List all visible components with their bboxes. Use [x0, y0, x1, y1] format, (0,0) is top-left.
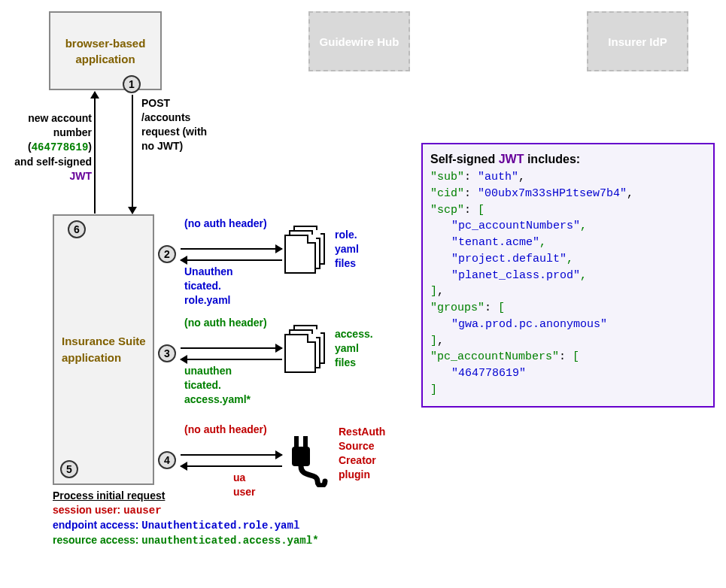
step3-bottom-label: unauthen ticated. access.yaml* [184, 364, 297, 407]
jwt-panel-title: Self-signed JWT includes: [430, 150, 706, 168]
step-badge-5: 5 [60, 460, 78, 478]
jwt-cid-line: "cid": "00ubx7m33sHP1tsew7b4", [430, 186, 706, 202]
step-badge-2: 2 [158, 245, 176, 263]
insurer-idp-box: Insurer IdP [587, 11, 688, 71]
docs-icon-access [284, 325, 326, 374]
step3-top-label: (no auth header) [184, 316, 282, 330]
jwt-sub-line: "sub": "auth", [430, 169, 706, 186]
arrow-step2-top [181, 248, 282, 250]
jwt-pcacct-close: ] [430, 382, 706, 399]
footer-block: Process initial request session user: ua… [53, 489, 414, 548]
step-badge-3: 3 [158, 344, 176, 362]
arrow-step2-bot [181, 259, 282, 261]
return-account-number: 464778619 [32, 141, 89, 153]
jwt-groups-item-0: "gwa.prod.pc.anonymous" [430, 317, 706, 333]
svg-rect-0 [292, 447, 310, 466]
svg-rect-2 [303, 436, 308, 448]
jwt-scp-item-3: "planet_class.prod", [430, 268, 706, 284]
arrow-post-down [132, 95, 133, 214]
footer-resource-line: resource access: unauthenticated.access.… [53, 533, 414, 548]
jwt-scp-item-2: "project.default", [430, 251, 706, 268]
jwt-scp-item-0: "pc_accountNumbers", [430, 218, 706, 235]
jwt-groups-close: ], [430, 333, 706, 350]
step-badge-1: 1 [123, 75, 141, 93]
browser-app-label: browser-based application [50, 35, 160, 67]
jwt-panel: Self-signed JWT includes: "sub": "auth",… [421, 143, 715, 408]
jwt-scp-open: "scp": [ [430, 202, 706, 219]
guidewire-hub-label: Guidewire Hub [320, 34, 399, 50]
step-badge-4: 4 [158, 451, 176, 469]
step-badge-6: 6 [68, 220, 86, 238]
step2-bottom-label: Unauthen ticated. role.yaml [184, 265, 282, 308]
guidewire-hub-box: Guidewire Hub [308, 11, 410, 71]
arrow-step4-top [181, 454, 282, 456]
footer-session-line: session user: uauser [53, 503, 414, 518]
step2-top-label: (no auth header) [184, 217, 282, 231]
jwt-scp-item-1: "tenant.acme", [430, 235, 706, 251]
post-request-label: POST /accounts request (with no JWT) [141, 96, 213, 153]
arrow-step3-top [181, 347, 282, 349]
insurance-suite-label: Insurance Suite application [62, 333, 153, 367]
jwt-pcacct-open: "pc_accountNumbers": [ [430, 349, 706, 365]
step2-right-label: role. yaml files [335, 228, 395, 271]
return-jwt-word: JWT [69, 170, 92, 182]
browser-app-box: browser-based application [49, 11, 162, 90]
plug-icon [284, 435, 330, 487]
arrow-return-up [94, 92, 96, 214]
step4-right-label: RestAuth Source Creator plugin [339, 425, 414, 482]
jwt-groups-open: "groups": [ [430, 300, 706, 317]
insurer-idp-label: Insurer IdP [608, 34, 667, 50]
docs-icon-role [284, 226, 326, 274]
arrow-step4-bot [181, 465, 282, 467]
insurance-suite-box: Insurance Suite application [53, 214, 154, 485]
step3-right-label: access. yaml files [335, 327, 402, 370]
jwt-pcacct-item-0: "464778619" [430, 365, 706, 382]
footer-endpoint-line: endpoint access: Unauthenticated.role.ya… [53, 518, 414, 533]
svg-rect-1 [294, 436, 299, 448]
step4-top-label: (no auth header) [184, 423, 282, 437]
arrow-step3-bot [181, 359, 282, 360]
footer-title: Process initial request [53, 489, 414, 503]
jwt-scp-close: ], [430, 283, 706, 300]
return-label: new account number (464778619) and self-… [9, 111, 92, 183]
